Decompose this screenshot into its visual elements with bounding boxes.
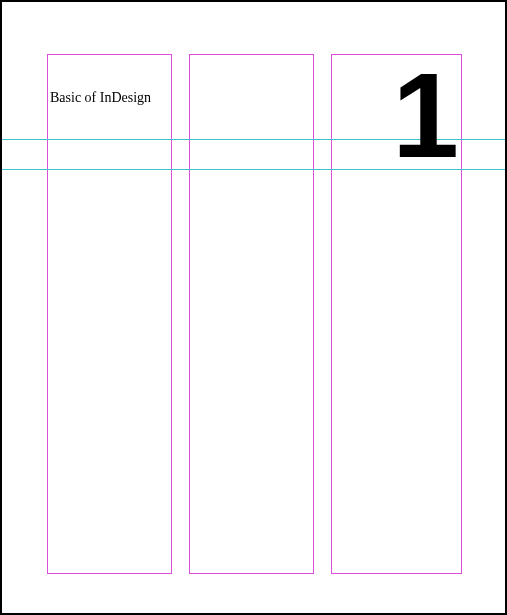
chapter-number[interactable]: 1 xyxy=(392,46,454,184)
column-guide-2 xyxy=(189,54,314,574)
document-title[interactable]: Basic of InDesign xyxy=(50,90,151,106)
page-canvas[interactable]: Basic of InDesign 1 xyxy=(47,54,462,574)
column-guide-1 xyxy=(47,54,172,574)
